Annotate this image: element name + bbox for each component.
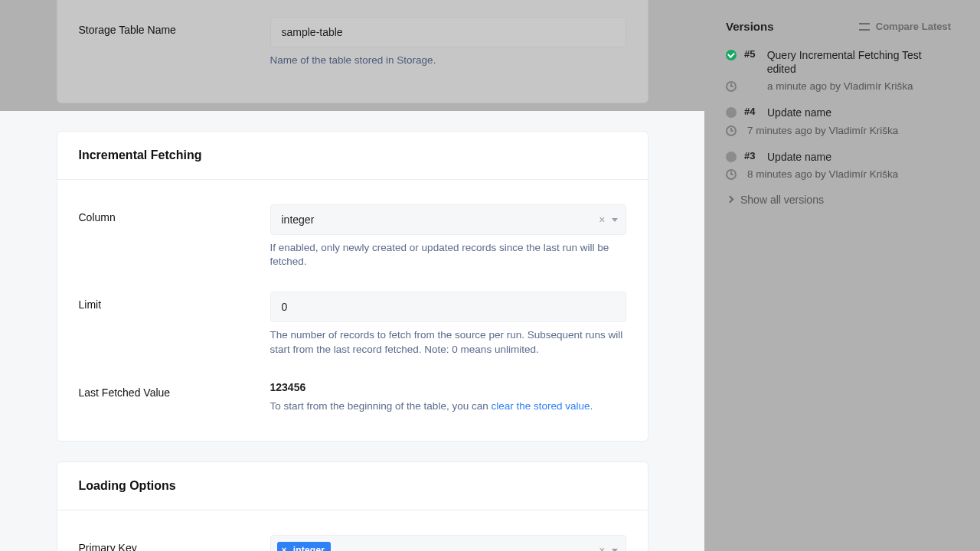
version-number: #4 (744, 106, 760, 117)
incremental-fetching-title: Incremental Fetching (57, 132, 648, 180)
version-number: #5 (744, 48, 760, 60)
version-item[interactable]: #3 Update name 8 minutes ago by Vladimír… (726, 150, 951, 180)
clear-stored-value-link[interactable]: clear the stored value (491, 400, 590, 412)
version-number: #3 (744, 150, 760, 161)
last-fetched-help: To start from the beginning of the table… (270, 399, 626, 413)
version-meta: a minute ago by Vladimír Kriška (767, 80, 913, 92)
storage-table-name-input[interactable]: sample-table (270, 17, 626, 47)
last-fetched-value: 123456 (270, 381, 626, 393)
chevron-down-icon[interactable] (612, 218, 618, 222)
status-ok-icon (726, 50, 737, 60)
storage-table-name-help: Name of the table stored in Storage. (270, 54, 626, 67)
version-meta: 7 minutes ago by Vladimír Kriška (747, 125, 898, 136)
version-meta: 8 minutes ago by Vladimír Kriška (747, 168, 898, 180)
primary-key-chip[interactable]: × integer (277, 542, 332, 551)
column-label: Column (79, 204, 270, 223)
version-title: Update name (767, 106, 831, 119)
primary-key-label: Primary Key (79, 535, 270, 551)
loading-options-card: Loading Options Primary Key × integer (57, 461, 648, 551)
column-help: If enabled, only newly created or update… (270, 241, 626, 269)
last-fetched-label: Last Fetched Value (79, 380, 270, 399)
limit-label: Limit (79, 292, 270, 311)
status-dot-icon (726, 152, 737, 162)
clock-icon (726, 126, 737, 136)
clock-icon (726, 81, 737, 92)
chevron-right-icon (727, 196, 734, 204)
incremental-fetching-card: Incremental Fetching Column integer × (57, 131, 648, 442)
limit-help: The number of records to fetch from the … (270, 328, 626, 356)
clear-icon[interactable]: × (599, 214, 605, 225)
loading-options-title: Loading Options (57, 462, 648, 510)
version-title: Update name (767, 150, 831, 164)
close-icon[interactable]: × (282, 545, 287, 551)
version-title: Query Incremental Fetching Test edited (767, 48, 951, 76)
compare-icon (859, 22, 870, 31)
version-item[interactable]: #4 Update name 7 minutes ago by Vladimír… (726, 106, 951, 135)
column-select[interactable]: integer × (270, 204, 626, 235)
limit-input[interactable]: 0 (270, 292, 626, 322)
storage-table-name-label: Storage Table Name (79, 17, 270, 36)
clock-icon (726, 169, 737, 180)
version-item[interactable]: #5 Query Incremental Fetching Test edite… (726, 48, 951, 92)
versions-title: Versions (726, 20, 774, 33)
versions-sidebar: Versions Compare Latest #5 Query Increme… (704, 0, 980, 551)
status-dot-icon (726, 107, 737, 118)
show-all-versions-button[interactable]: Show all versions (726, 194, 951, 206)
compare-latest-button[interactable]: Compare Latest (859, 21, 951, 32)
clear-icon[interactable]: × (599, 545, 605, 551)
chevron-down-icon[interactable] (612, 549, 618, 551)
primary-key-select[interactable]: × integer × (270, 535, 626, 551)
